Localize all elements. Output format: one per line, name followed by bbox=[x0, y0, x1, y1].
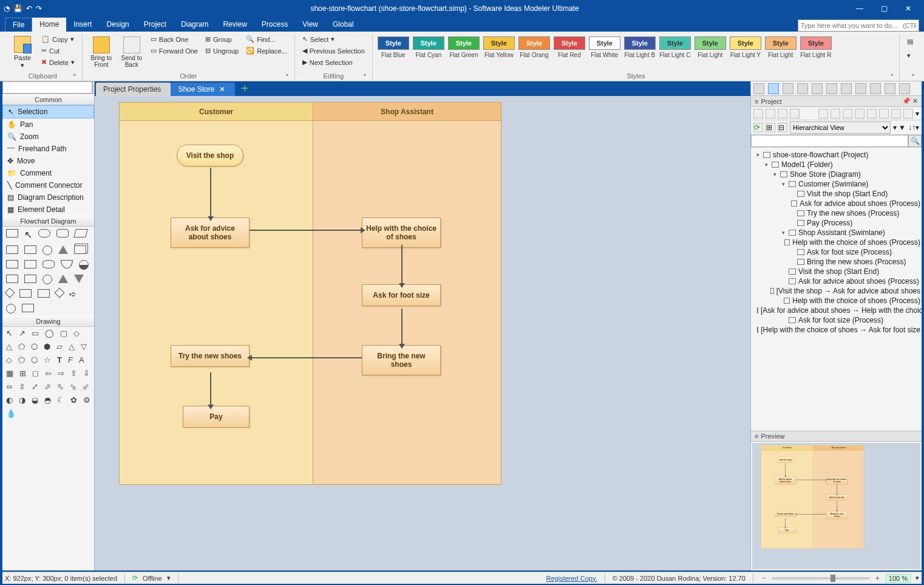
draw-tool[interactable]: ⊞ bbox=[19, 369, 26, 378]
registered-link[interactable]: Registered Copy. bbox=[546, 575, 597, 582]
menu-review[interactable]: Review bbox=[216, 18, 254, 32]
tree-node[interactable]: Ask for foot size (Process) bbox=[752, 247, 920, 257]
replace-button[interactable]: 🔁 Replace... bbox=[243, 46, 290, 56]
send-to-back-button[interactable]: Send to Back bbox=[118, 34, 146, 70]
collapse-icon[interactable]: ⊟ bbox=[778, 123, 787, 132]
tb-btn[interactable] bbox=[843, 109, 852, 118]
draw-tool[interactable]: ⬁ bbox=[57, 383, 64, 391]
panel-btn[interactable] bbox=[812, 83, 823, 94]
command-search-input[interactable] bbox=[798, 19, 919, 32]
style-chip[interactable]: Style bbox=[659, 36, 691, 50]
draw-tool[interactable]: ⬠ bbox=[18, 356, 25, 364]
prev-selection-button[interactable]: ◀ Previous Selection bbox=[300, 46, 367, 56]
find-button[interactable]: 🔍 Find... bbox=[243, 34, 290, 44]
draw-tool[interactable]: F bbox=[68, 356, 73, 364]
panel-btn-active[interactable] bbox=[768, 83, 779, 94]
panel-btn[interactable] bbox=[899, 83, 910, 94]
draw-tool[interactable]: ⬠ bbox=[18, 343, 25, 351]
draw-tool[interactable]: ⇨ bbox=[58, 369, 64, 378]
minimize-button[interactable]: — bbox=[848, 0, 872, 17]
tree-node[interactable]: [Visit the shop → Ask for advice about s… bbox=[752, 286, 920, 296]
group-button[interactable]: ⊞ Group bbox=[203, 34, 241, 44]
sync-icon[interactable]: ⟳ bbox=[132, 574, 138, 582]
draw-tool[interactable]: ⇩ bbox=[83, 369, 90, 378]
menu-global[interactable]: Global bbox=[325, 18, 361, 32]
menu-file[interactable]: File bbox=[5, 18, 32, 32]
shape-extract[interactable] bbox=[58, 275, 68, 283]
draw-tool[interactable]: ⚙ bbox=[83, 396, 90, 405]
panel-btn[interactable] bbox=[855, 83, 866, 94]
tool-element-detail[interactable]: ▦Element Detail bbox=[2, 204, 94, 216]
tb-btn[interactable] bbox=[753, 109, 763, 118]
draw-tool[interactable]: ⇦ bbox=[45, 369, 52, 378]
tb-btn[interactable] bbox=[766, 109, 775, 118]
close-button[interactable]: ✕ bbox=[896, 0, 920, 17]
tree-node[interactable]: Pay (Process) bbox=[752, 218, 920, 228]
node-try[interactable]: Try the new shoes bbox=[171, 345, 250, 367]
preview-viewport[interactable]: CustomerShop AssistantVisit the shopAsk … bbox=[752, 443, 920, 569]
draw-tool[interactable]: ⬀ bbox=[44, 383, 51, 391]
toolbar-more[interactable]: ▾ bbox=[916, 109, 919, 118]
tree-search-input[interactable] bbox=[751, 135, 908, 147]
panel-btn[interactable] bbox=[870, 83, 881, 94]
style-chip[interactable]: Style bbox=[483, 36, 515, 50]
menu-design[interactable]: Design bbox=[99, 18, 136, 32]
draw-tool[interactable]: ◇ bbox=[6, 356, 12, 364]
zoom-in-button[interactable]: ＋ bbox=[874, 573, 881, 583]
menu-project[interactable]: Project bbox=[137, 18, 174, 32]
tb-btn[interactable] bbox=[778, 109, 787, 118]
node-visit[interactable]: Visit the shop bbox=[776, 457, 795, 463]
draw-tool[interactable]: △ bbox=[69, 343, 75, 351]
tool-comment-connector[interactable]: ╲Comment Connector bbox=[2, 179, 94, 191]
back-one-button[interactable]: ▭ Back One bbox=[148, 34, 200, 44]
redo-icon[interactable]: ↷ bbox=[36, 4, 42, 13]
style-gallery-expand[interactable]: ▾ bbox=[905, 50, 913, 61]
style-chip[interactable]: Style bbox=[624, 36, 656, 50]
style-gallery-more[interactable]: ▤ bbox=[905, 36, 916, 47]
draw-tool[interactable]: ⬡ bbox=[31, 356, 38, 364]
tree-node[interactable]: Ask for advice about shoes (Process) bbox=[752, 276, 920, 286]
tree-node[interactable]: [Ask for advice about shoes → Help with … bbox=[752, 306, 920, 315]
draw-tool[interactable]: ◓ bbox=[44, 396, 51, 405]
next-selection-button[interactable]: ▶ Next Selection bbox=[300, 57, 367, 67]
shape-x1[interactable] bbox=[38, 289, 50, 298]
style-chip[interactable]: Style bbox=[765, 36, 797, 50]
panel-btn[interactable] bbox=[783, 83, 793, 94]
node-ask_advice[interactable]: Ask for advice about shoes bbox=[775, 476, 796, 485]
tree-node[interactable]: ▾Customer (Swimlane) bbox=[752, 179, 920, 189]
shape-rect2[interactable] bbox=[24, 245, 36, 254]
shape-rounded[interactable] bbox=[38, 229, 50, 238]
node-ask_advice[interactable]: Ask for advice about shoes bbox=[171, 217, 250, 248]
shape-offpage[interactable] bbox=[22, 304, 34, 312]
tree-node[interactable]: ▾shoe-store-flowchart (Project) bbox=[752, 150, 920, 160]
shape-multi[interactable] bbox=[74, 245, 86, 254]
tool-zoom[interactable]: 🔍Zoom bbox=[2, 131, 94, 143]
node-visit[interactable]: Visit the shop bbox=[177, 145, 243, 166]
tb-btn[interactable] bbox=[891, 109, 901, 118]
shape-data[interactable] bbox=[73, 229, 88, 238]
menu-process[interactable]: Process bbox=[254, 18, 295, 32]
tb-btn[interactable] bbox=[903, 109, 913, 118]
draw-tool[interactable]: △ bbox=[6, 343, 12, 351]
filter-icon[interactable]: ▾ ▼ bbox=[893, 123, 906, 132]
node-help[interactable]: Help with the choice of shoes bbox=[362, 217, 441, 248]
style-chip[interactable]: Style bbox=[589, 36, 620, 50]
draw-tool[interactable]: ⇳ bbox=[19, 383, 25, 391]
tree-node[interactable]: [Help with the choice of shoes → Ask for… bbox=[752, 325, 920, 335]
menu-diagram[interactable]: Diagram bbox=[174, 18, 216, 32]
menu-insert[interactable]: Insert bbox=[66, 18, 99, 32]
tb-btn[interactable] bbox=[879, 109, 889, 118]
shape-or[interactable] bbox=[6, 304, 16, 313]
draw-tool[interactable]: ◐ bbox=[6, 396, 13, 405]
draw-tool[interactable]: 💧 bbox=[6, 409, 16, 418]
draw-tool[interactable]: ⬢ bbox=[44, 343, 50, 351]
tree-node[interactable]: ▾Model1 (Folder) bbox=[752, 160, 920, 169]
toolbox-search-input[interactable] bbox=[2, 81, 92, 94]
style-chip[interactable]: Style bbox=[554, 36, 585, 50]
draw-tool[interactable]: T bbox=[57, 356, 62, 364]
copy-button[interactable]: 📋Copy ▾ bbox=[39, 34, 77, 44]
draw-tool[interactable]: ↗ bbox=[19, 329, 25, 338]
zoom-slider[interactable] bbox=[772, 577, 869, 580]
shape-round2[interactable] bbox=[56, 229, 69, 238]
draw-tool[interactable]: A bbox=[79, 356, 84, 364]
